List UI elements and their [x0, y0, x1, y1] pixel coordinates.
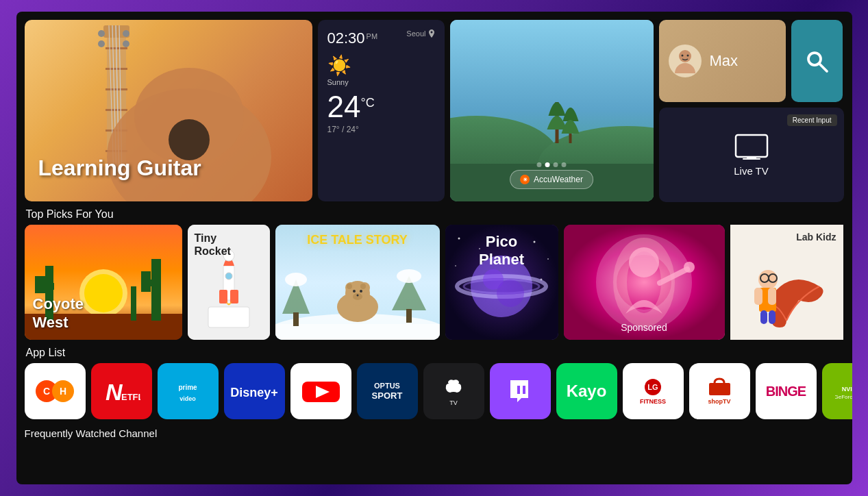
svg-point-66	[360, 290, 362, 293]
pico-title: Pico Planet	[479, 233, 524, 269]
dot-2	[545, 162, 550, 167]
svg-rect-109	[523, 386, 525, 394]
kayo-label: Kayo	[567, 382, 607, 401]
svg-point-57	[397, 269, 421, 283]
sponsored-label: Sponsored	[621, 322, 667, 333]
svg-text:GeForce NOW: GeForce NOW	[835, 394, 852, 400]
svg-point-63	[360, 284, 366, 289]
weather-temp: 24	[327, 92, 361, 122]
pick-tiny[interactable]: Tiny Rocket	[188, 225, 270, 340]
apple-icon	[443, 377, 464, 397]
app-appletv[interactable]: TV	[423, 363, 484, 419]
svg-rect-47	[219, 290, 227, 303]
svg-line-29	[820, 64, 828, 72]
weather-tile: 02:30 PM Seoul ☀️ Sunny 24 °C 17° / 24°	[318, 20, 445, 201]
optus-label2: SPORT	[372, 390, 403, 401]
svg-rect-45	[208, 307, 249, 327]
svg-rect-93	[769, 310, 776, 324]
app-geforce[interactable]: NVIDIA GeForce NOW	[822, 363, 852, 419]
pick-lab[interactable]: Lab Kidz	[730, 225, 843, 340]
svg-rect-39	[35, 276, 46, 293]
app-lgfitness[interactable]: LG FITNESS	[623, 363, 684, 419]
svg-rect-54	[293, 312, 299, 326]
ice-title: ICE TALE STORY	[307, 233, 408, 247]
shoptv-icon	[708, 377, 732, 397]
svg-text:C: C	[43, 386, 50, 397]
app-prime[interactable]: prime video	[158, 363, 219, 419]
dot-3	[554, 162, 558, 167]
app-netflix[interactable]: N ETFLIX	[91, 363, 152, 419]
lgfitness-icon: LG	[639, 377, 667, 397]
search-tile[interactable]	[791, 20, 843, 102]
user-tile[interactable]: Max	[659, 20, 786, 102]
weather-ampm: PM	[367, 32, 378, 40]
svg-point-86	[684, 262, 695, 273]
top-section: Learning Guitar 02:30 PM Seoul ☀️ Sunny …	[25, 20, 844, 201]
svg-point-49	[225, 273, 232, 280]
svg-point-55	[285, 273, 307, 286]
svg-text:H: H	[60, 386, 66, 397]
livetv-label: Live TV	[734, 165, 769, 177]
svg-rect-91	[768, 288, 776, 305]
svg-point-25	[679, 50, 691, 62]
svg-point-18	[123, 40, 129, 47]
hero-title: Learning Guitar	[38, 155, 201, 181]
top-picks-label: Top Picks For You	[25, 208, 844, 221]
weather-city: Seoul	[406, 29, 425, 38]
weather-range: 17° / 24°	[327, 125, 435, 134]
app-youtube[interactable]	[290, 363, 351, 419]
app-list-section: App List C H N ETFLIX	[25, 347, 844, 419]
tv-frame: Learning Guitar 02:30 PM Seoul ☀️ Sunny …	[16, 12, 852, 484]
landscape-tile: ☀ AccuWeather	[450, 20, 654, 201]
accuweather-icon: ☀	[520, 175, 530, 184]
lgfitness-label: FITNESS	[640, 398, 666, 405]
svg-point-27	[686, 55, 689, 57]
svg-rect-4	[106, 88, 127, 90]
ch-logo: C H	[34, 374, 75, 408]
app-twitch[interactable]	[490, 363, 551, 419]
hero-tile[interactable]: Learning Guitar	[25, 20, 312, 201]
binge-label: BINGE	[766, 384, 806, 399]
svg-text:Disney+: Disney+	[230, 386, 278, 399]
svg-rect-30	[736, 135, 767, 157]
svg-rect-112	[709, 383, 730, 395]
pick-coyote[interactable]: CoyoteWest	[25, 225, 182, 340]
geforce-icon: NVIDIA GeForce NOW	[835, 382, 852, 401]
app-shoptv[interactable]: shopTV	[689, 363, 750, 419]
app-ch[interactable]: C H	[25, 363, 86, 419]
lab-title: Lab Kidz	[796, 232, 836, 243]
svg-text:ETFLIX: ETFLIX	[121, 392, 140, 402]
svg-text:NVIDIA: NVIDIA	[842, 386, 852, 393]
svg-rect-43	[131, 286, 136, 321]
disney-logo: Disney+	[230, 377, 278, 405]
svg-point-16	[98, 40, 105, 47]
tv-icon	[734, 134, 769, 160]
location-icon	[428, 29, 435, 38]
pick-ice[interactable]: ICE TALE STORY	[275, 225, 440, 340]
app-binge[interactable]: BINGE	[756, 363, 817, 419]
svg-text:prime: prime	[178, 384, 197, 391]
prime-icon: prime	[178, 380, 197, 394]
svg-point-80	[497, 280, 524, 307]
app-kayo[interactable]: Kayo	[556, 363, 617, 419]
pick-sponsored[interactable]: Sponsored	[564, 225, 725, 340]
app-row: C H N ETFLIX prime vid	[25, 363, 844, 419]
livetv-tile[interactable]: Recent Input Live TV	[659, 108, 844, 202]
svg-point-15	[98, 30, 105, 37]
shoptv-label: shopTV	[708, 398, 731, 405]
app-optus[interactable]: OPTUS SPORT	[357, 363, 418, 419]
optus-label1: OPTUS	[374, 382, 400, 390]
svg-point-26	[681, 55, 683, 57]
svg-point-69	[458, 238, 460, 240]
recent-input-badge: Recent Input	[787, 114, 837, 126]
dot-4	[562, 162, 567, 167]
svg-rect-90	[754, 288, 762, 305]
pick-pico[interactable]: Pico Planet	[445, 225, 558, 340]
svg-rect-53	[275, 324, 440, 340]
app-list-label: App List	[25, 347, 844, 359]
weather-time: 02:30	[327, 29, 365, 47]
svg-point-73	[455, 265, 456, 266]
dot-1	[537, 162, 542, 167]
accuweather-button[interactable]: ☀ AccuWeather	[510, 170, 593, 189]
app-disney[interactable]: Disney+	[224, 363, 285, 419]
